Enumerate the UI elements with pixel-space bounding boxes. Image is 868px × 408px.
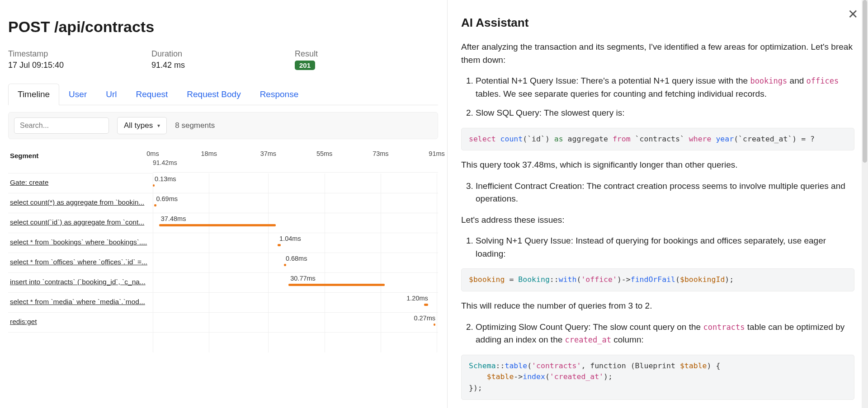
ai-solve-1: Solving N+1 Query Issue: Instead of quer… xyxy=(476,234,854,260)
ai-query-timing: This query took 37.48ms, which is signif… xyxy=(461,159,854,172)
scrollbar-thumb[interactable] xyxy=(863,0,867,163)
segment-row-bar: 0.13ms xyxy=(153,174,438,193)
type-select-label: All types xyxy=(124,121,153,130)
search-input[interactable] xyxy=(14,117,109,134)
meta-timestamp: Timestamp 17 Jul 09:15:40 xyxy=(8,49,151,70)
segment-row-label[interactable]: redis:get xyxy=(8,313,153,333)
tab-request-body[interactable]: Request Body xyxy=(177,84,250,105)
segment-row-bar: 0.27ms xyxy=(153,313,438,333)
meta-duration: Duration 91.42 ms xyxy=(151,49,295,70)
segment-bar[interactable] xyxy=(424,304,428,306)
segment-row-label[interactable]: select * from `bookings` where `bookings… xyxy=(8,233,153,253)
segment-row-label[interactable]: select count(`id`) as aggregate from `co… xyxy=(8,213,153,233)
segment-row-bar: 0.69ms xyxy=(153,193,438,213)
timeline-tick: 37ms xyxy=(260,150,276,157)
timeline-tick: 18ms xyxy=(201,150,217,157)
segment-row-label[interactable]: select * from `offices` where `offices`.… xyxy=(8,253,153,273)
tabs: Timeline User Url Request Request Body R… xyxy=(8,84,438,105)
tab-response[interactable]: Response xyxy=(250,84,308,105)
tab-timeline[interactable]: Timeline xyxy=(8,84,59,105)
ai-reduce-queries: This will reduce the number of queries f… xyxy=(461,300,854,313)
scrollbar-track[interactable] xyxy=(862,0,868,408)
tab-url[interactable]: Url xyxy=(96,84,126,105)
ai-title: AI Assistant xyxy=(461,16,854,30)
timeline-tick: 55ms xyxy=(316,150,332,157)
segment-row-bar: 30.77ms xyxy=(153,273,438,293)
close-button[interactable]: ✕ xyxy=(848,8,858,21)
segment-duration-label: 1.20ms xyxy=(406,295,428,302)
timeline-total-label: 91.42ms xyxy=(153,159,177,166)
ai-solve-2: Optimizing Slow Count Query: The slow co… xyxy=(476,321,854,347)
segment-header: Segment xyxy=(8,147,153,174)
ai-intro: After analyzing the transaction and its … xyxy=(461,41,854,66)
timeline-tick: 0ms xyxy=(146,150,159,157)
type-select[interactable]: All types ▾ xyxy=(117,117,167,134)
code-created-at: created_at xyxy=(565,335,611,344)
segment-row-label[interactable]: insert into `contracts` (`booking_id`, `… xyxy=(8,273,153,293)
code-block-eager-loading[interactable]: $booking = Booking::with('office')->find… xyxy=(461,268,854,291)
segment-bar[interactable] xyxy=(278,244,281,246)
timeline-grid: Segment 91.42ms 0ms18ms37ms55ms73ms91ms … xyxy=(8,147,438,352)
transaction-detail-panel: POST /api/contracts Timestamp 17 Jul 09:… xyxy=(0,0,448,408)
segment-duration-label: 0.27ms xyxy=(414,314,435,322)
timeline-tick: 73ms xyxy=(373,150,388,157)
meta-row: Timestamp 17 Jul 09:15:40 Duration 91.42… xyxy=(8,49,438,70)
status-badge: 201 xyxy=(295,61,315,70)
segment-duration-label: 1.04ms xyxy=(279,235,301,242)
segment-row-bar: 1.04ms xyxy=(153,233,438,253)
code-block-slow-query[interactable]: select count(`id`) as aggregate from `co… xyxy=(461,128,854,151)
segment-bar[interactable] xyxy=(159,224,276,226)
segment-row-bar: 1.20ms xyxy=(153,293,438,313)
blank-row xyxy=(153,333,438,352)
tab-user[interactable]: User xyxy=(59,84,96,105)
meta-timestamp-value: 17 Jul 09:15:40 xyxy=(8,61,151,70)
timeline-tick: 91ms xyxy=(429,150,444,157)
segment-bar[interactable] xyxy=(288,284,384,286)
chevron-down-icon: ▾ xyxy=(157,122,160,129)
segment-bar[interactable] xyxy=(434,324,435,326)
code-contracts: contracts xyxy=(703,323,745,332)
code-block-schema-index[interactable]: Schema::table('contracts', function (Blu… xyxy=(461,355,854,400)
segment-count: 8 segments xyxy=(175,121,215,130)
tab-request[interactable]: Request xyxy=(127,84,178,105)
ai-body: After analyzing the transaction and its … xyxy=(461,41,854,408)
ai-point-2: Slow SQL Query: The slowest query is: xyxy=(476,107,854,120)
segment-duration-label: 30.77ms xyxy=(290,275,316,282)
segment-row-label[interactable]: Gate: create xyxy=(8,174,153,193)
segment-row-label[interactable]: select count(*) as aggregate from `booki… xyxy=(8,193,153,213)
meta-timestamp-label: Timestamp xyxy=(8,49,151,59)
segment-bar[interactable] xyxy=(154,204,156,206)
code-offices: offices xyxy=(807,76,839,85)
segment-duration-label: 0.69ms xyxy=(156,195,178,202)
meta-result: Result 201 xyxy=(295,49,438,70)
ai-assistant-panel: AI Assistant After analyzing the transac… xyxy=(448,0,868,408)
ai-point-3: Inefficient Contract Creation: The contr… xyxy=(476,180,854,206)
blank-row xyxy=(8,333,153,352)
segment-bar[interactable] xyxy=(153,184,155,187)
code-bookings: bookings xyxy=(750,76,787,85)
meta-duration-value: 91.42 ms xyxy=(151,61,295,70)
timeline-axis: 91.42ms 0ms18ms37ms55ms73ms91ms xyxy=(153,147,438,173)
filter-bar: All types ▾ 8 segments xyxy=(8,112,438,139)
segment-duration-label: 0.68ms xyxy=(286,255,307,262)
segment-row-bar: 37.48ms xyxy=(153,213,438,233)
close-icon: ✕ xyxy=(848,7,858,21)
meta-duration-label: Duration xyxy=(151,49,295,59)
ai-point-1: Potential N+1 Query Issue: There's a pot… xyxy=(476,75,854,100)
meta-result-label: Result xyxy=(295,49,438,59)
ai-address: Let's address these issues: xyxy=(461,214,854,227)
segment-bar[interactable] xyxy=(284,264,286,266)
segment-duration-label: 0.13ms xyxy=(155,175,176,183)
segment-duration-label: 37.48ms xyxy=(161,215,186,222)
page-title: POST /api/contracts xyxy=(8,18,438,36)
segment-row-label[interactable]: select * from `media` where `media`.`mod… xyxy=(8,293,153,313)
segment-row-bar: 0.68ms xyxy=(153,253,438,273)
